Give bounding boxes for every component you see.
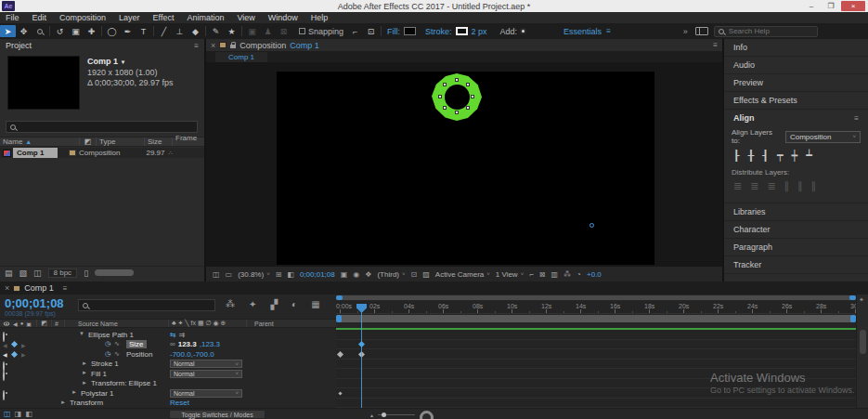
rotation-tool[interactable]: ↺ [52,25,68,37]
align-h-center-button[interactable]: ╂ [748,150,755,162]
composition-viewport[interactable] [206,62,722,267]
expand-transfer-controls-icon[interactable]: ◨ [15,410,22,418]
work-area-bar[interactable] [336,315,856,322]
composition-panel-comp-name[interactable]: Comp 1 [290,41,319,50]
show-snapshot-icon[interactable]: ◉ [353,270,359,279]
add-keyframe-icon[interactable] [11,350,18,357]
sidebar-panel-effects-presets[interactable]: Effects & Presets [724,92,868,110]
menu-layer[interactable]: Layer [113,13,148,22]
add-keyframe-icon[interactable] [11,341,18,347]
property-value[interactable]: ,123.3 [200,340,220,348]
stroke-swatch[interactable] [456,27,468,35]
column-size[interactable]: Size [145,137,173,146]
align-right-button[interactable]: ┨ [762,150,769,162]
menu-edit[interactable]: Edit [27,13,55,22]
pan-behind-tool[interactable]: ✚ [84,25,99,37]
blend-mode-dropdown[interactable]: Normal˅ [170,370,242,378]
snap-angle-icon[interactable]: ⌐ [347,25,363,37]
layer-row-ellipse-path-1[interactable]: ▼Ellipse Path 1⇆⇉ [0,330,336,340]
roto-brush-tool[interactable]: ✎ [208,25,224,37]
fast-previews-icon[interactable]: ⊠ [539,270,546,279]
track-row-transform[interactable] [336,399,856,409]
layer-label[interactable]: Fill 1 [91,370,107,378]
workspace-bar-icon[interactable] [695,27,708,35]
layer-row-size-property[interactable]: ◀▶◷∿Size∞123.3,123.3 [0,340,336,350]
layer-label[interactable]: Size [126,340,147,348]
zoom-tool[interactable] [32,25,47,37]
column-label-color[interactable]: ◩ [80,137,97,146]
layer-label[interactable]: Position [126,350,152,359]
shape-tool[interactable]: ◯ [104,25,120,37]
lock-icon[interactable] [230,45,236,48]
source-name-column[interactable]: Source Name [65,320,169,327]
snapping-checkbox[interactable] [299,28,305,34]
snapshot-icon[interactable]: ▣ [341,270,348,279]
next-keyframe-icon[interactable]: ▶ [21,351,26,358]
menu-window[interactable]: Window [263,13,305,22]
selection-tool[interactable]: ➤ [0,25,16,37]
layer-row-fill-1[interactable]: ►Fill 1Normal˅ [0,369,336,379]
timeline-search-box[interactable] [78,299,215,311]
draft-3d-icon[interactable]: ✦ [249,299,256,309]
eraser-tool[interactable]: ◆ [188,25,203,37]
layer-label[interactable]: Ellipse Path 1 [88,331,134,339]
zoom-out-icon[interactable]: ▲ [369,412,374,418]
project-scroll-thumb[interactable] [95,269,134,276]
selection-handle[interactable] [455,111,459,114]
track-row-position-property[interactable] [336,349,856,360]
sidebar-panel-libraries[interactable]: Libraries [724,203,868,221]
channels-icon[interactable]: ❖ [365,270,371,279]
selection-handle[interactable] [466,83,470,86]
align-left-button[interactable]: ┠ [733,150,740,162]
layer-row-position-property[interactable]: ◀▶◷∿Position-700.0,-700.0 [0,349,336,360]
previous-keyframe-icon[interactable]: ◀ [3,342,7,348]
timeline-track-area[interactable] [336,330,856,408]
magnification-dropdown[interactable]: (30.8%)˅ [238,270,270,279]
zoom-slider[interactable] [378,414,415,415]
scrollbar-thumb[interactable] [860,330,866,354]
view-layout-dropdown[interactable]: 1 View˅ [496,270,524,279]
motion-blur-icon[interactable]: ◐ [291,299,297,309]
timeline-panel-menu-icon[interactable]: ≡ [63,284,68,293]
twirl-icon[interactable]: ► [82,370,87,375]
interpret-footage-icon[interactable]: ▤ [5,268,13,278]
reset-exposure-icon[interactable]: ◔ [577,270,581,279]
zoom-slider-knob[interactable] [382,412,386,417]
timeline-search-input[interactable] [91,300,198,310]
current-time-display[interactable]: 0;00;01;08 [5,296,64,310]
stroke-width[interactable]: 2 px [472,27,487,36]
menu-file[interactable]: File [0,13,27,22]
snap-bounds-icon[interactable]: ⊡ [363,25,379,37]
toggle-switches-modes-button[interactable]: Toggle Switches / Modes [169,410,266,419]
align-v-center-button[interactable]: ┿ [792,150,798,162]
comp-mini-flowchart-icon[interactable]: ⁂ [226,299,235,309]
twirl-icon[interactable]: ► [82,380,87,386]
menu-animation[interactable]: Animation [181,13,231,22]
column-type[interactable]: Type [97,137,145,146]
pen-tool[interactable]: ✒ [120,25,136,37]
expand-in-out-icon[interactable]: ◧ [25,410,32,418]
project-panel-title[interactable]: Project [6,41,32,50]
chevron-down-icon[interactable]: ▼ [121,59,126,65]
fill-label[interactable]: Fill: [387,27,400,36]
project-bit-depth[interactable]: 8 bpc [48,268,78,278]
property-value[interactable]: -700.0,-700.0 [170,350,214,359]
layer-row-transform[interactable]: ►TransformReset [0,399,336,409]
layer-label[interactable]: Transform [70,399,103,407]
layer-row-transform-ellipse-1[interactable]: ►Transform: Ellipse 1 [0,379,336,389]
workspace-selector[interactable]: Essentials [564,27,602,36]
composition-frame[interactable] [277,72,654,265]
expand-layer-switches-icon[interactable]: ◫ [4,410,11,418]
twirl-icon[interactable]: ► [60,399,66,405]
layer-label[interactable]: Polystar 1 [81,389,114,398]
blend-mode-dropdown[interactable]: Normal˅ [170,360,242,368]
unified-camera-tool[interactable]: ▣ [68,25,84,37]
comp-marker-bin-icon[interactable]: ✦ [859,296,864,304]
sidebar-panel-audio[interactable]: Audio [724,57,868,74]
fill-swatch[interactable] [404,27,416,35]
hand-tool[interactable]: ✥ [16,25,32,37]
selection-handle[interactable] [455,78,459,82]
region-of-interest-icon[interactable]: ⊡ [411,270,418,279]
timeline-zoom-control[interactable]: ▲ ▲ [369,411,426,419]
selection-handle[interactable] [466,106,470,110]
